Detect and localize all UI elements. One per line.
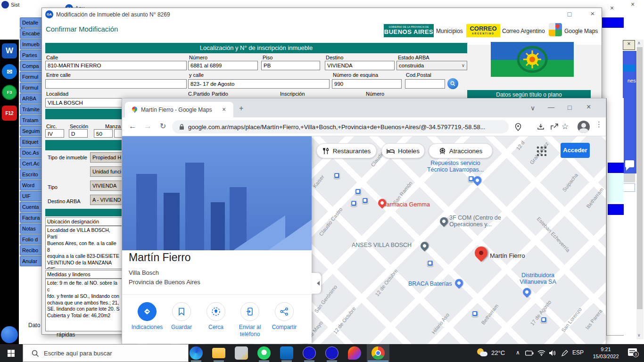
window-maximize-icon[interactable]: □ xyxy=(568,104,571,111)
poi-label[interactable]: BRACA Baterías xyxy=(408,280,452,287)
share-icon[interactable] xyxy=(550,123,559,131)
whatsapp-f3-icon[interactable]: F3 xyxy=(2,85,17,100)
browser-tab[interactable]: Martín Fierro - Google Maps × xyxy=(125,102,233,117)
chip-atracciones[interactable]: Atracciones xyxy=(429,143,493,158)
tipo-inmueble-button[interactable]: Propiedad H xyxy=(90,152,122,163)
bg-close-button[interactable]: × xyxy=(623,40,635,50)
transit-stop-icon[interactable] xyxy=(472,311,478,317)
bg-window2-close-icon[interactable]: × xyxy=(631,1,635,8)
edge-icon[interactable] xyxy=(190,346,203,360)
anses-pin[interactable] xyxy=(419,240,430,251)
scroll-up-icon[interactable]: ∧ xyxy=(637,41,641,45)
poi-label[interactable]: ANSES VILLA BOSCH xyxy=(352,242,412,248)
poi-label[interactable]: farmacia Gemma xyxy=(385,201,430,208)
map-canvas[interactable]: ClaudioKaiserSan RamónClaudio Castro12 d… xyxy=(122,136,606,345)
wifi-icon[interactable] xyxy=(537,350,545,356)
dialog-close-icon[interactable]: × xyxy=(588,10,597,17)
paint-drop-icon[interactable] xyxy=(348,346,361,360)
new-tab-icon[interactable]: + xyxy=(239,104,243,113)
location-pin-icon[interactable] xyxy=(515,123,521,131)
poi-label[interactable]: 3F COM (Centro de Operaciones y... xyxy=(449,214,501,228)
manzana-field[interactable]: 50 xyxy=(94,129,113,138)
google-maps-link[interactable]: Google Maps xyxy=(564,28,598,34)
battery-icon[interactable] xyxy=(525,350,534,356)
transit-stop-icon[interactable] xyxy=(427,260,433,266)
window-close-icon[interactable]: × xyxy=(586,103,591,111)
transit-stop-icon[interactable] xyxy=(355,189,361,195)
transit-stop-icon[interactable] xyxy=(334,173,340,179)
transit-stop-icon[interactable] xyxy=(351,200,357,206)
rapidas-label[interactable]: rápidas xyxy=(57,331,75,338)
transit-stop-icon[interactable] xyxy=(362,197,368,204)
window-minimize-icon[interactable]: — xyxy=(548,103,554,111)
google-apps-icon[interactable] xyxy=(536,146,546,156)
transit-stop-icon[interactable] xyxy=(541,317,547,323)
word-icon[interactable]: W xyxy=(2,43,17,58)
pen-icon[interactable] xyxy=(561,350,568,357)
manzana-extra-field[interactable] xyxy=(114,129,122,138)
forward-icon[interactable]: → xyxy=(144,122,152,131)
municipios-link[interactable]: Municipios xyxy=(436,28,463,34)
notifications-icon[interactable]: 3 xyxy=(628,348,637,356)
cod-postal-field[interactable] xyxy=(405,79,445,89)
reload-icon[interactable]: ↻ xyxy=(160,122,166,131)
numero-field[interactable]: 6881 al 6899 xyxy=(188,61,258,70)
poi-label[interactable]: Martín Fierro xyxy=(490,252,525,259)
dialog-maximize-icon[interactable]: □ xyxy=(566,11,573,17)
distribuidora-pin[interactable] xyxy=(521,286,532,297)
place-photo[interactable] xyxy=(122,136,312,250)
f12-icon[interactable]: F12 xyxy=(2,106,17,121)
braca-pin[interactable] xyxy=(453,277,464,288)
whatsapp-icon[interactable] xyxy=(257,346,271,360)
correo-argentino-link[interactable]: Correo Argentino xyxy=(502,28,545,34)
install-icon[interactable] xyxy=(537,123,545,131)
menu-dots-icon[interactable]: ⋮ xyxy=(595,120,603,129)
chip-restaurantes[interactable]: Restaurantes xyxy=(316,143,377,158)
window-chevron-icon[interactable]: ∨ xyxy=(530,104,535,112)
outlook-icon[interactable] xyxy=(280,346,293,360)
weather-icon[interactable] xyxy=(477,348,488,358)
poi-label[interactable]: Distribuidora Villanueva SA xyxy=(509,272,567,285)
bg-window-close-icon[interactable]: × xyxy=(610,5,614,11)
tray-chevron-icon[interactable]: ∧ xyxy=(516,349,520,356)
numero-esquina-field[interactable]: 990 xyxy=(332,79,402,89)
tipo-button[interactable]: VIVIENDA xyxy=(90,181,122,191)
mail-icon[interactable]: ✉ xyxy=(2,64,17,79)
avatar[interactable] xyxy=(578,121,590,133)
chrome-icon[interactable] xyxy=(372,346,385,360)
ubicacion-designacion-textarea[interactable]: Localidad de VILLA BOSCH, Parti Buenos A… xyxy=(45,226,122,269)
notary-app-icon[interactable] xyxy=(303,346,316,360)
language-indicator[interactable]: ESP xyxy=(572,349,584,356)
destino-arba-button[interactable]: A - VIVIEND xyxy=(90,195,122,205)
clock[interactable]: 9:21 15/03/2022 xyxy=(588,346,623,360)
bookmark-star-icon[interactable]: ☆ xyxy=(561,122,569,132)
sign-in-button[interactable]: Acceder xyxy=(561,143,590,158)
app-circle-icon[interactable] xyxy=(1,326,18,343)
3fcom-pin[interactable] xyxy=(438,215,449,227)
temperature-label[interactable]: 22°C xyxy=(491,349,505,356)
action-enviar-al-tel-fono[interactable]: Enviar al teléfono xyxy=(233,302,267,338)
calle-field[interactable]: 810-MARTIN FIERRO xyxy=(45,61,187,70)
estado-arba-select[interactable]: construida∨ xyxy=(396,61,467,70)
taskbar-search[interactable]: Escribe aquí para buscar xyxy=(23,344,189,362)
action-indicaciones[interactable]: Indicaciones xyxy=(130,302,164,331)
medidas-linderos-textarea[interactable]: Lote: 9 m de fte. al NO. sobre la c fdo.… xyxy=(45,279,122,331)
back-icon[interactable]: ← xyxy=(129,122,137,131)
action-compartir[interactable]: Compartir xyxy=(267,302,301,331)
tab-close-icon[interactable]: × xyxy=(222,106,226,113)
start-button[interactable] xyxy=(0,344,23,362)
seccion-field[interactable]: D xyxy=(69,129,88,138)
piso-field[interactable]: PB xyxy=(261,61,320,70)
circ-field[interactable]: IV xyxy=(45,129,64,138)
tools-icon[interactable] xyxy=(235,346,248,360)
search-postal-button[interactable] xyxy=(447,78,458,89)
place-marker-icon[interactable] xyxy=(472,244,490,262)
unidad-funcional-button[interactable]: Unidad funci xyxy=(90,166,122,177)
chip-hoteles[interactable]: Hoteles xyxy=(381,143,425,158)
address-bar[interactable]: google.com.ar/maps/place/Martín+Fierro,+… xyxy=(172,120,509,133)
collapse-panel-button[interactable] xyxy=(312,273,321,294)
scroll-down-icon[interactable]: ∨ xyxy=(637,333,641,337)
right-scrollbar[interactable]: ∧ ∨ xyxy=(636,40,644,339)
volume-icon[interactable] xyxy=(549,350,556,356)
dialog-titlebar[interactable]: GA Modificación de Inmueble del asunto N… xyxy=(42,8,602,20)
